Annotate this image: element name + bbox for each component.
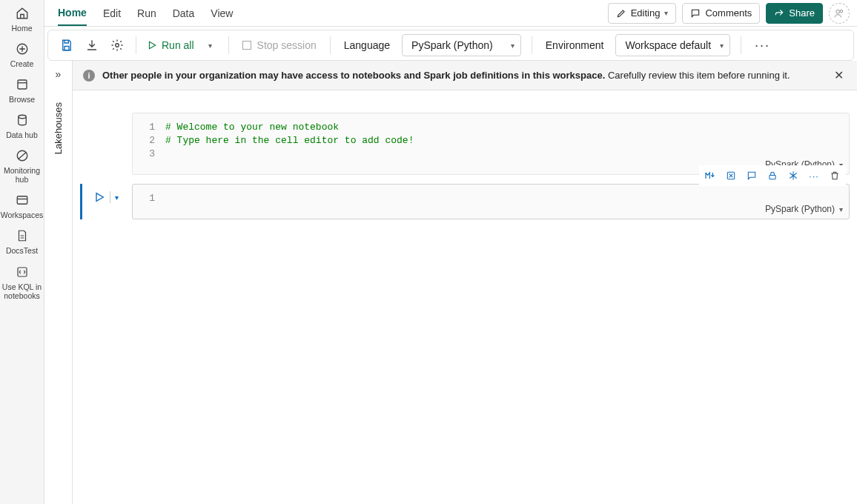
cell-wrapper: ▾ bbox=[80, 184, 850, 219]
cell-gutter: ▾ bbox=[80, 184, 132, 219]
environment-value: Workspace default bbox=[625, 39, 711, 51]
share-icon bbox=[774, 8, 784, 19]
code-lines: # Welcome to your new notebook # Type he… bbox=[165, 121, 849, 161]
nav-label: Monitoring hub bbox=[1, 166, 43, 184]
tab-run[interactable]: Run bbox=[137, 0, 156, 26]
nav-label: Create bbox=[10, 59, 34, 68]
browse-icon bbox=[13, 76, 31, 93]
settings-button[interactable] bbox=[106, 34, 128, 56]
cells-area: 123 # Welcome to your new notebook # Typ… bbox=[73, 90, 857, 236]
stop-session-label: Stop session bbox=[257, 39, 317, 51]
divider bbox=[532, 36, 532, 54]
expand-panel-button[interactable]: » bbox=[56, 68, 62, 80]
data-hub-icon bbox=[13, 111, 31, 129]
share-button[interactable]: Share bbox=[766, 3, 823, 24]
user-avatar[interactable] bbox=[829, 3, 850, 24]
cell-language-selector[interactable]: PySpark (Python) ▾ bbox=[765, 204, 843, 214]
docstest-icon bbox=[13, 227, 31, 245]
language-value: PySpark (Python) bbox=[411, 39, 493, 51]
divider bbox=[228, 36, 229, 54]
code-line bbox=[165, 147, 849, 161]
nav-data-hub[interactable]: Data hub bbox=[1, 111, 43, 139]
stop-icon bbox=[242, 41, 251, 50]
editing-mode-button[interactable]: Editing ▾ bbox=[608, 3, 677, 24]
banner-close-button[interactable]: ✕ bbox=[831, 68, 847, 82]
lock-cell-button[interactable] bbox=[763, 167, 782, 185]
nav-label: Data hub bbox=[6, 130, 38, 139]
code-line bbox=[165, 192, 849, 205]
divider bbox=[110, 191, 110, 203]
editing-label: Editing bbox=[631, 7, 661, 19]
play-icon bbox=[147, 40, 157, 50]
run-cell-button[interactable] bbox=[93, 191, 105, 203]
ribbon-toolbar: Run all ▾ Stop session Language PySpark … bbox=[47, 30, 854, 61]
svg-point-6 bbox=[836, 10, 840, 13]
workspaces-icon bbox=[13, 191, 31, 209]
home-icon bbox=[13, 4, 31, 22]
nav-browse[interactable]: Browse bbox=[1, 76, 43, 104]
run-all-button[interactable]: Run all bbox=[144, 39, 197, 51]
side-panel-collapsed: » Lakehouses bbox=[44, 61, 73, 504]
main-area: Home Edit Run Data View Editing ▾ Commen… bbox=[44, 0, 857, 504]
tab-home[interactable]: Home bbox=[58, 0, 87, 26]
comments-button[interactable]: Comments bbox=[682, 3, 760, 24]
menu-tabs: Home Edit Run Data View bbox=[58, 0, 233, 26]
cell-run-controls: ▾ bbox=[93, 191, 119, 203]
cell-toolbar: ··· bbox=[699, 165, 846, 186]
convert-markdown-button[interactable] bbox=[701, 167, 720, 185]
chevron-down-icon: ▾ bbox=[839, 205, 843, 213]
plus-circle-icon bbox=[13, 40, 31, 58]
banner-bold: Other people in your organization may ha… bbox=[102, 70, 605, 81]
code-cell[interactable]: ··· 1 bbox=[132, 184, 850, 219]
nav-home[interactable]: Home bbox=[1, 4, 43, 33]
chevron-down-icon: ▾ bbox=[720, 42, 724, 50]
side-panel-label[interactable]: Lakehouses bbox=[53, 102, 64, 154]
nav-docstest[interactable]: DocsTest bbox=[1, 227, 43, 255]
notebook-content: i Other people in your organization may … bbox=[73, 61, 857, 504]
clear-output-button[interactable] bbox=[721, 167, 741, 185]
share-label: Share bbox=[789, 7, 815, 19]
banner-text: Other people in your organization may ha… bbox=[102, 70, 790, 81]
tab-view[interactable]: View bbox=[211, 0, 233, 26]
nav-monitoring-hub[interactable]: Monitoring hub bbox=[1, 147, 43, 184]
download-button[interactable] bbox=[81, 34, 103, 56]
nav-create[interactable]: Create bbox=[1, 40, 43, 68]
svg-rect-1 bbox=[18, 80, 27, 89]
save-button[interactable] bbox=[56, 34, 78, 56]
environment-dropdown[interactable]: Workspace default ▾ bbox=[615, 34, 730, 56]
divider bbox=[330, 36, 331, 54]
edit-icon bbox=[616, 8, 626, 19]
svg-point-8 bbox=[116, 44, 119, 47]
monitoring-icon bbox=[13, 147, 31, 165]
chevron-down-icon: ▾ bbox=[664, 9, 668, 17]
svg-point-7 bbox=[840, 10, 843, 13]
run-all-label: Run all bbox=[162, 39, 194, 51]
stop-session-button: Stop session bbox=[236, 39, 322, 51]
menu-bar: Home Edit Run Data View Editing ▾ Commen… bbox=[44, 0, 857, 27]
nav-use-kql[interactable]: Use KQL in notebooks bbox=[1, 263, 43, 300]
comment-cell-button[interactable] bbox=[742, 167, 761, 185]
tab-edit[interactable]: Edit bbox=[103, 0, 121, 26]
banner-rest: Carefully review this item before runnin… bbox=[608, 70, 790, 81]
delete-cell-button[interactable] bbox=[825, 167, 844, 185]
left-nav-rail: Home Create Browse Data hub Monitoring h… bbox=[0, 0, 44, 504]
chevron-down-icon: ▾ bbox=[511, 42, 514, 50]
tab-data[interactable]: Data bbox=[173, 0, 195, 26]
more-cell-actions-button[interactable]: ··· bbox=[804, 167, 824, 185]
nav-workspaces[interactable]: Workspaces bbox=[1, 191, 43, 219]
code-lines bbox=[165, 192, 849, 205]
cell-language: PySpark (Python) bbox=[765, 204, 835, 214]
line-numbers: 1 bbox=[133, 192, 165, 205]
freeze-cell-button[interactable] bbox=[784, 167, 803, 185]
kql-icon bbox=[13, 263, 31, 281]
cell-gutter bbox=[80, 113, 132, 175]
info-banner: i Other people in your organization may … bbox=[73, 61, 857, 90]
language-dropdown[interactable]: PySpark (Python) ▾ bbox=[402, 34, 521, 56]
code-editor[interactable]: 1 bbox=[133, 185, 849, 219]
nav-label: Workspaces bbox=[1, 210, 44, 219]
nav-label: Home bbox=[11, 24, 32, 33]
svg-point-2 bbox=[18, 115, 26, 119]
run-all-dropdown[interactable]: ▾ bbox=[200, 34, 221, 56]
run-cell-dropdown[interactable]: ▾ bbox=[115, 193, 119, 202]
more-actions-button[interactable]: ··· bbox=[749, 38, 776, 53]
